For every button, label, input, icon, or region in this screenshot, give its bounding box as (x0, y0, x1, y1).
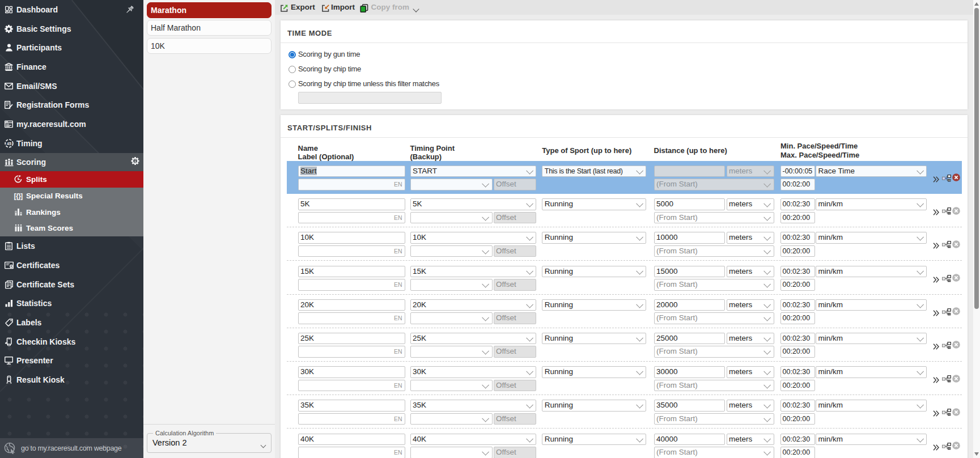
svg-text:45: 45 (7, 141, 11, 146)
